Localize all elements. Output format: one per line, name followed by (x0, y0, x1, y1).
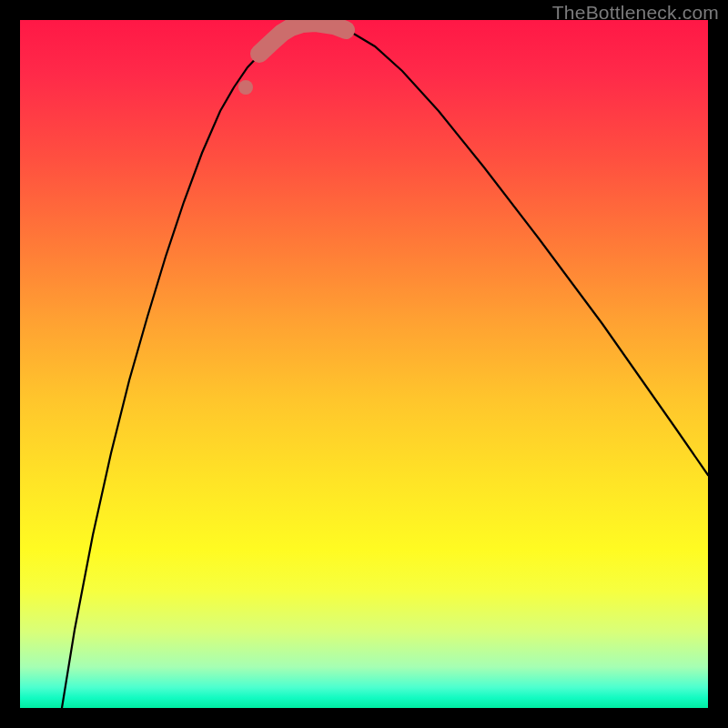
chart-svg (20, 20, 708, 708)
watermark-text: TheBottleneck.com (552, 2, 719, 24)
highlight-segment (259, 23, 346, 54)
chart-frame (20, 20, 708, 708)
bottleneck-curve (62, 23, 708, 708)
highlight-dot (238, 80, 253, 95)
